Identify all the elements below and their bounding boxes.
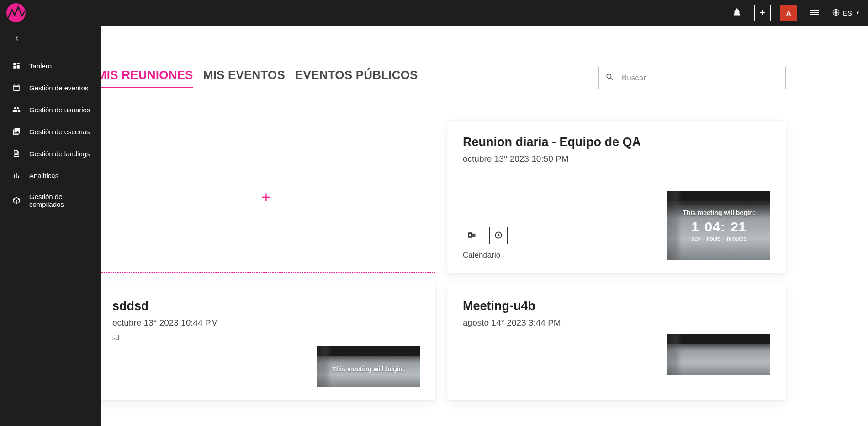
sidebar-item-builds[interactable]: Gestión de compilados bbox=[0, 186, 101, 215]
page-icon bbox=[12, 149, 21, 158]
tab-my-meetings[interactable]: MIS REUNIONES bbox=[97, 68, 193, 88]
avatar-button[interactable]: A bbox=[780, 5, 797, 21]
nav-list: Tablero Gestión de eventos Gestión de us… bbox=[0, 55, 101, 215]
tab-my-events[interactable]: MIS EVENTOS bbox=[203, 68, 285, 88]
countdown-label: This meeting will begin: bbox=[683, 209, 755, 216]
sidebar: Tablero Gestión de eventos Gestión de us… bbox=[0, 26, 101, 426]
create-button[interactable]: + bbox=[754, 5, 771, 21]
calendar-icons bbox=[463, 227, 508, 244]
calendar-column: Calendario bbox=[463, 227, 508, 260]
meeting-thumbnail: This meeting will begin: bbox=[317, 346, 420, 387]
google-icon bbox=[494, 231, 503, 241]
cube-icon bbox=[12, 196, 21, 205]
content: MIS REUNIONES MIS EVENTOS EVENTOS PÚBLIC… bbox=[97, 26, 868, 418]
meeting-title: Reunion diaria - Equipo de QA bbox=[463, 135, 770, 149]
meetings-grid: + Reunion diaria - Equipo de QA octubre … bbox=[97, 121, 841, 400]
sidebar-item-landings[interactable]: Gestión de landings bbox=[0, 142, 101, 164]
calendar-label: Calendario bbox=[463, 251, 508, 260]
tabs: MIS REUNIONES MIS EVENTOS EVENTOS PÚBLIC… bbox=[97, 68, 418, 88]
dashboard-icon bbox=[12, 61, 21, 70]
plus-icon: + bbox=[760, 7, 766, 19]
meeting-date: octubre 13° 2023 10:44 PM bbox=[112, 318, 420, 328]
globe-icon bbox=[832, 8, 840, 18]
meeting-date: octubre 13° 2023 10:50 PM bbox=[463, 154, 770, 164]
sidebar-collapse-button[interactable] bbox=[10, 32, 24, 46]
plus-icon: + bbox=[262, 189, 271, 205]
tab-public-events[interactable]: EVENTOS PÚBLICOS bbox=[295, 68, 418, 88]
card-bottom: This meeting will begin: bbox=[112, 346, 420, 387]
sidebar-item-label: Gestión de escenas bbox=[29, 128, 90, 136]
meeting-desc: sd bbox=[112, 334, 420, 342]
main: MIS REUNIONES MIS EVENTOS EVENTOS PÚBLIC… bbox=[101, 26, 868, 426]
topbar: + A ES ▼ bbox=[0, 0, 868, 26]
tabs-row: MIS REUNIONES MIS EVENTOS EVENTOS PÚBLIC… bbox=[97, 67, 841, 89]
language-selector[interactable]: ES ▼ bbox=[832, 8, 860, 18]
countdown-hours: 04: bbox=[704, 219, 725, 235]
hamburger-menu-button[interactable] bbox=[806, 5, 823, 21]
countdown-day: 1 bbox=[691, 219, 699, 235]
app-logo[interactable] bbox=[6, 3, 26, 22]
meeting-title: sddsd bbox=[112, 299, 420, 313]
meeting-title: Meeting-u4b bbox=[463, 299, 770, 313]
countdown-label: This meeting will begin: bbox=[332, 365, 405, 373]
countdown-minutes: 21 bbox=[730, 219, 746, 235]
sidebar-item-label: Tablero bbox=[29, 62, 52, 70]
sidebar-item-label: Gestión de usuarios bbox=[29, 106, 90, 114]
notifications-button[interactable] bbox=[729, 5, 745, 21]
topbar-right: + A ES ▼ bbox=[729, 5, 860, 21]
unit-minutes: minutes bbox=[727, 236, 746, 242]
sidebar-item-users[interactable]: Gestión de usuarios bbox=[0, 99, 101, 121]
search-input[interactable] bbox=[622, 74, 779, 83]
google-calendar-button[interactable] bbox=[489, 227, 508, 244]
chevron-left-icon bbox=[14, 35, 20, 43]
meeting-date: agosto 14° 2023 3:44 PM bbox=[463, 318, 770, 328]
countdown-units: day hours minutes bbox=[692, 236, 746, 242]
card-bottom bbox=[463, 334, 770, 375]
language-code: ES bbox=[843, 9, 852, 17]
sidebar-item-label: Gestión de eventos bbox=[29, 84, 88, 92]
card-bottom: Calendario This meeting will begin: 1 04… bbox=[463, 191, 770, 260]
svg-point-2 bbox=[469, 234, 471, 236]
sidebar-item-dashboard[interactable]: Tablero bbox=[0, 55, 101, 77]
hamburger-icon bbox=[809, 7, 820, 19]
sidebar-item-events[interactable]: Gestión de eventos bbox=[0, 77, 101, 99]
meeting-card[interactable]: sddsd octubre 13° 2023 10:44 PM sd This … bbox=[97, 284, 435, 400]
outlook-calendar-button[interactable] bbox=[463, 227, 481, 244]
unit-hours: hours bbox=[707, 236, 720, 242]
calendar-icon bbox=[12, 83, 21, 92]
collections-icon bbox=[12, 127, 21, 136]
outlook-icon bbox=[467, 231, 476, 241]
meeting-card[interactable]: Meeting-u4b agosto 14° 2023 3:44 PM bbox=[447, 284, 786, 400]
meeting-card[interactable]: Reunion diaria - Equipo de QA octubre 13… bbox=[447, 121, 786, 273]
sidebar-item-label: Gestión de landings bbox=[29, 150, 90, 158]
search-icon bbox=[605, 73, 614, 84]
sidebar-item-label: Gestión de compilados bbox=[29, 193, 97, 208]
avatar-letter: A bbox=[786, 9, 791, 17]
sidebar-item-analytics[interactable]: Analiticas bbox=[0, 164, 101, 186]
meeting-thumbnail bbox=[667, 334, 770, 375]
search-field[interactable] bbox=[598, 67, 786, 89]
countdown: 1 04: 21 bbox=[691, 219, 746, 235]
caret-down-icon: ▼ bbox=[856, 11, 860, 15]
analytics-icon bbox=[12, 171, 21, 180]
bell-icon bbox=[732, 7, 742, 19]
meeting-thumbnail: This meeting will begin: 1 04: 21 day ho… bbox=[667, 191, 770, 260]
sidebar-item-label: Analiticas bbox=[29, 172, 58, 179]
unit-day: day bbox=[692, 236, 700, 242]
add-meeting-card[interactable]: + bbox=[97, 121, 435, 273]
users-icon bbox=[12, 105, 21, 114]
sidebar-item-scenes[interactable]: Gestión de escenas bbox=[0, 121, 101, 142]
